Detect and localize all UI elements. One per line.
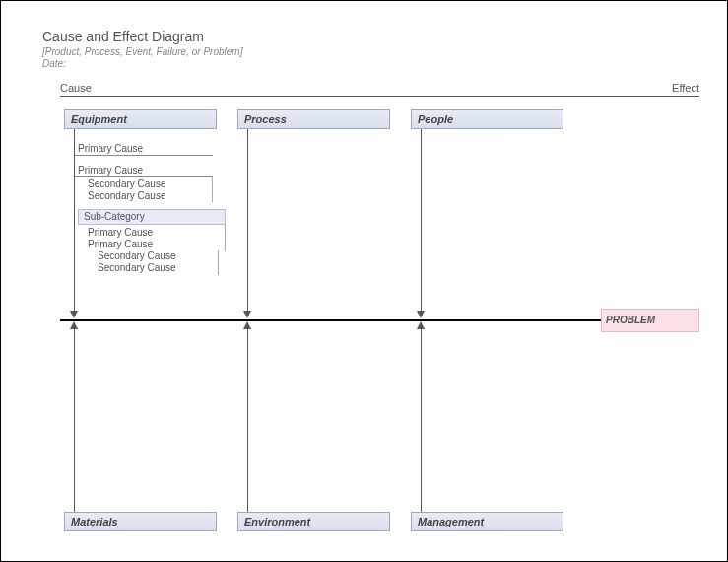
diagram-title: Cause and Effect Diagram (42, 29, 727, 44)
effect-label: Effect (672, 82, 699, 94)
branch-line (421, 328, 422, 512)
cause-label: Cause (60, 82, 92, 94)
cause-effect-row: Cause Effect (60, 82, 699, 97)
cause-secondary: Secondary Cause (88, 178, 166, 189)
cause-secondary: Secondary Cause (98, 250, 176, 261)
category-environment: Environment (237, 512, 390, 531)
branch-line (421, 129, 422, 313)
category-equipment: Equipment (64, 109, 217, 129)
branch-arrow-icon (417, 311, 425, 318)
spine-line (60, 319, 606, 321)
cause-secondary: Secondary Cause (98, 262, 176, 273)
cause-secondary: Secondary Cause (88, 190, 166, 201)
cause-primary: Primary Cause (78, 143, 143, 154)
diagram-subtitle: [Product, Process, Event, Failure, or Pr… (42, 46, 727, 57)
category-people: People (411, 109, 563, 129)
cause-border (218, 250, 219, 275)
category-process: Process (237, 109, 390, 129)
branch-arrow-icon (70, 311, 78, 318)
branch-line (247, 328, 248, 512)
header: Cause and Effect Diagram [Product, Proce… (1, 1, 727, 69)
problem-box: PROBLEM (601, 309, 699, 332)
cause-underline (75, 155, 213, 156)
fishbone-diagram: PROBLEM Equipment Process People Materia… (60, 109, 699, 531)
cause-border (225, 225, 226, 251)
sub-category-header: Sub-Category (78, 209, 226, 225)
cause-primary: Primary Cause (78, 165, 143, 176)
cause-underline (75, 176, 213, 177)
date-label: Date: (42, 58, 727, 69)
branch-arrow-icon (243, 321, 251, 329)
branch-arrow-icon (243, 311, 251, 318)
cause-primary: Primary Cause (88, 227, 153, 238)
branch-arrow-icon (70, 321, 78, 329)
category-materials: Materials (64, 512, 217, 531)
cause-border (212, 176, 213, 202)
branch-arrow-icon (417, 321, 425, 329)
branch-line (247, 129, 248, 313)
branch-line (74, 129, 75, 313)
branch-line (74, 328, 75, 512)
category-management: Management (411, 512, 563, 531)
cause-primary: Primary Cause (88, 239, 153, 249)
